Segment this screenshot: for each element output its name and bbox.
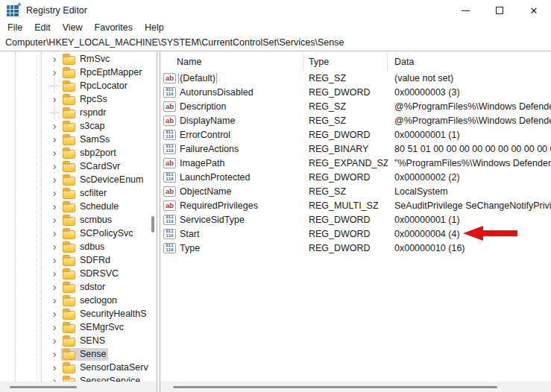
string-value-icon: ab xyxy=(163,186,176,197)
chevron-right-icon[interactable]: › xyxy=(48,147,61,159)
tree-item-sdstor[interactable]: ›sdstor xyxy=(0,280,148,294)
tree-item-semgrsvc[interactable]: ›SEMgrSvc xyxy=(0,320,148,334)
tree-item-sense[interactable]: ›Sense xyxy=(0,347,148,361)
chevron-right-icon[interactable]: › xyxy=(48,174,61,186)
value-data: 80 51 01 00 00 00 00 00 00 00 00 00 03 0… xyxy=(388,144,551,154)
value-name-cell: 011110ErrorControl xyxy=(160,130,303,140)
chevron-right-icon[interactable]: › xyxy=(48,160,61,172)
chevron-right-icon[interactable]: › xyxy=(48,335,61,347)
folder-icon xyxy=(63,257,75,266)
chevron-right-icon[interactable]: › xyxy=(48,241,61,253)
ab-glyph: ab xyxy=(166,75,174,82)
values-list-pane: Name Type Data ab(Default)REG_SZ(value n… xyxy=(160,52,551,382)
chevron-right-icon[interactable]: › xyxy=(48,254,61,266)
value-row-default[interactable]: ab(Default)REG_SZ(value not set) xyxy=(160,71,551,85)
ab-glyph: ab xyxy=(166,188,174,195)
chevron-right-icon[interactable]: › xyxy=(48,227,61,239)
tree-item-samss[interactable]: ›SamSs xyxy=(0,133,148,146)
tree-item-scdeviceenum[interactable]: ›ScDeviceEnum xyxy=(0,173,148,186)
menu-help[interactable]: Help xyxy=(139,22,170,33)
close-button[interactable]: ✕ xyxy=(517,0,551,21)
tree-item-rpceptmapper[interactable]: ›RpcEptMapper xyxy=(0,66,148,79)
chevron-right-icon[interactable]: › xyxy=(48,93,61,105)
minimize-button[interactable] xyxy=(448,0,482,21)
value-row-errorcontrol[interactable]: 011110ErrorControlREG_DWORD0x00000001 (1… xyxy=(160,127,551,142)
chevron-right-icon[interactable]: › xyxy=(48,375,61,382)
column-header-type[interactable]: Type xyxy=(303,52,388,71)
value-row-requiredprivileges[interactable]: abRequiredPrivilegesREG_MULTI_SZSeAuditP… xyxy=(160,198,551,212)
tree-item-label: scfilter xyxy=(80,188,107,198)
tree-item-scfilter[interactable]: ›scfilter xyxy=(0,186,148,200)
binary-value-icon: 011110 xyxy=(163,87,176,98)
tree-item-label: SCardSvr xyxy=(80,161,120,171)
chevron-right-icon[interactable]: › xyxy=(48,53,61,65)
maximize-button[interactable] xyxy=(482,0,517,21)
value-row-objectname[interactable]: abObjectNameREG_SZLocalSystem xyxy=(160,184,551,198)
value-row-type[interactable]: 011110TypeREG_DWORD0x00000010 (16) xyxy=(160,241,551,255)
tree-item-scmbus[interactable]: ›scmbus xyxy=(0,213,148,227)
tree-item-sensordataserv[interactable]: ›SensorDataServ xyxy=(0,361,148,374)
tree-item-schedule[interactable]: ›Schedule xyxy=(0,200,148,213)
tree-node: SensorService xyxy=(61,375,142,382)
tree-item-sensorservice[interactable]: ›SensorService xyxy=(0,374,148,382)
tree-item-seclogon[interactable]: ›seclogon xyxy=(0,294,148,307)
value-row-launchprotected[interactable]: 011110LaunchProtectedREG_DWORD0x00000002… xyxy=(160,170,551,184)
tree-item-sens[interactable]: ›SENS xyxy=(0,334,148,347)
tree-node: Schedule xyxy=(61,200,121,213)
tree-item-scardsvr[interactable]: ›SCardSvr xyxy=(0,159,148,173)
menu-file[interactable]: File xyxy=(1,22,28,33)
chevron-right-icon[interactable]: › xyxy=(48,268,61,279)
value-row-displayname[interactable]: abDisplayNameREG_SZ@%ProgramFiles%\Windo… xyxy=(160,113,551,127)
tree-item-rmsvc[interactable]: ›RmSvc xyxy=(0,52,148,66)
tree-item-securityhealths[interactable]: ›SecurityHealthS xyxy=(0,307,148,320)
list-horizontal-scrollbar-thumb[interactable] xyxy=(173,386,497,388)
value-row-failureactions[interactable]: 011110FailureActionsREG_BINARY80 51 01 0… xyxy=(160,142,551,156)
tree-node: SecurityHealthS xyxy=(61,308,148,320)
list-horizontal-scrollbar-track[interactable] xyxy=(160,382,551,392)
folder-icon xyxy=(63,244,75,253)
chevron-right-icon[interactable]: › xyxy=(48,294,61,306)
tree-item-rpcss[interactable]: ›RpcSs xyxy=(0,92,148,106)
chevron-right-icon[interactable]: › xyxy=(48,281,61,293)
chevron-right-icon[interactable]: › xyxy=(48,133,61,145)
folder-icon xyxy=(63,110,75,118)
chevron-right-icon[interactable]: › xyxy=(48,120,61,132)
chevron-right-icon[interactable]: › xyxy=(48,348,61,360)
chevron-right-icon[interactable]: › xyxy=(48,361,61,373)
value-row-description[interactable]: abDescriptionREG_SZ@%ProgramFiles%\Windo… xyxy=(160,99,551,113)
chevron-right-icon[interactable]: › xyxy=(48,321,61,333)
value-name: DisplayName xyxy=(180,116,235,126)
menu-edit[interactable]: Edit xyxy=(28,22,57,33)
chevron-right-icon[interactable]: › xyxy=(48,308,61,320)
tree-item-s3cap[interactable]: ›s3cap xyxy=(0,119,148,133)
column-header-name[interactable]: Name xyxy=(160,52,303,71)
value-name: (Default) xyxy=(180,73,215,83)
column-header-data[interactable]: Data xyxy=(388,52,551,71)
value-row-imagepath[interactable]: abImagePathREG_EXPAND_SZ"%ProgramFiles%\… xyxy=(160,156,551,170)
tree-vertical-scrollbar-thumb[interactable] xyxy=(151,216,154,233)
tree-item-scpolicysvc[interactable]: ›SCPolicySvc xyxy=(0,227,148,240)
tree-item-sdrsvc[interactable]: ›SDRSVC xyxy=(0,267,148,280)
menu-view[interactable]: View xyxy=(57,22,89,33)
chevron-right-icon[interactable]: › xyxy=(48,214,61,226)
chevron-right-icon[interactable]: › xyxy=(48,66,61,78)
tree-item-sdfrd[interactable]: ›SDFRd xyxy=(0,253,148,267)
tree-item-label: SensorDataServ xyxy=(80,362,148,373)
tree-horizontal-scrollbar-thumb[interactable] xyxy=(10,386,77,388)
tree-item-label: s3cap xyxy=(80,121,104,131)
tree-horizontal-scrollbar-track[interactable] xyxy=(0,382,157,392)
tree-node: RpcEptMapper xyxy=(61,66,144,79)
value-type: REG_SZ xyxy=(303,101,388,112)
tree-item-rpclocator[interactable]: RpcLocator xyxy=(0,79,148,92)
tree-item-sdbus[interactable]: ›sdbus xyxy=(0,240,148,253)
value-row-autorunsdisabled[interactable]: 011110AutorunsDisabledREG_DWORD0x0000000… xyxy=(160,85,551,99)
menu-favorites[interactable]: Favorites xyxy=(89,22,139,33)
folder-icon xyxy=(63,96,75,105)
value-name-cell: 011110FailureActions xyxy=(160,144,303,154)
chevron-right-icon[interactable]: › xyxy=(48,187,61,199)
tree-item-rspndr[interactable]: rspndr xyxy=(0,106,148,119)
chevron-right-icon[interactable]: › xyxy=(48,200,61,212)
address-bar[interactable]: Computer\HKEY_LOCAL_MACHINE\SYSTEM\Curre… xyxy=(0,34,551,51)
tree-item-sbp2port[interactable]: ›sbp2port xyxy=(0,146,148,159)
value-name-cell: abRequiredPrivileges xyxy=(160,200,303,211)
